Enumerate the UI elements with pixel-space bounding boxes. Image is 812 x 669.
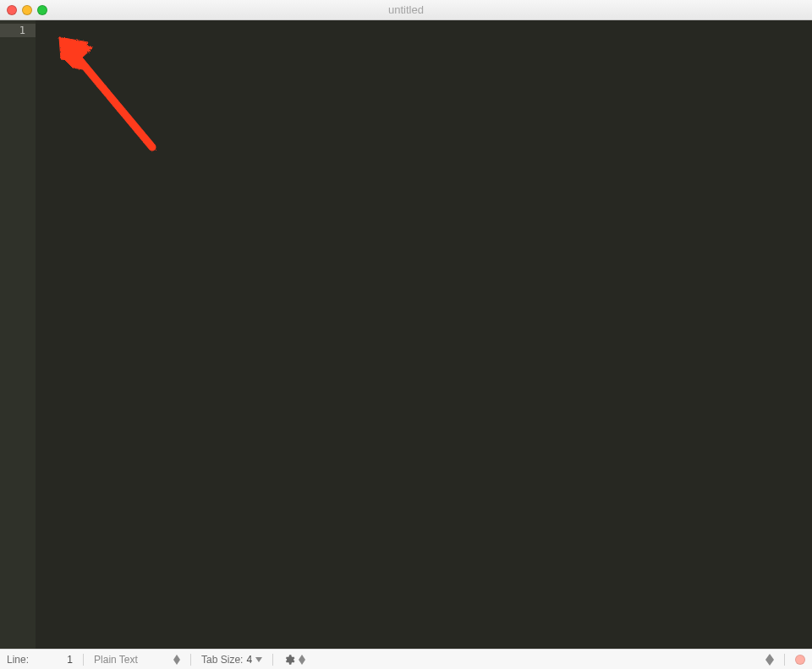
record-macro-button[interactable]: [795, 655, 805, 665]
statusbar-divider: [784, 654, 785, 666]
line-number: 1: [0, 24, 36, 37]
line-indicator[interactable]: Line: 1: [7, 650, 73, 669]
svg-marker-9: [765, 660, 774, 666]
window-title: untitled: [0, 3, 812, 16]
statusbar-divider: [83, 654, 84, 666]
line-value: 1: [32, 654, 73, 666]
language-label: Plain Text: [94, 654, 170, 666]
gear-icon: [283, 654, 295, 666]
tab-size-label: Tab Size:: [201, 654, 243, 666]
svg-marker-4: [173, 660, 180, 665]
zoom-window-button[interactable]: [37, 5, 47, 15]
minimize-window-button[interactable]: [22, 5, 32, 15]
stepper-icon: [299, 655, 305, 665]
svg-marker-7: [299, 660, 305, 665]
statusbar-divider: [272, 654, 273, 666]
language-selector[interactable]: Plain Text: [94, 650, 180, 669]
app-window: untitled 1 Line:: [0, 0, 812, 669]
line-number-gutter[interactable]: 1: [0, 20, 36, 649]
titlebar: untitled: [0, 0, 812, 20]
line-label: Line:: [7, 654, 29, 666]
statusbar: Line: 1 Plain Text Tab Size: 4: [0, 649, 812, 669]
svg-marker-5: [255, 657, 262, 662]
stepper-icon: [173, 655, 180, 665]
chevron-down-icon: [255, 657, 262, 662]
tab-size-value: 4: [246, 654, 252, 666]
statusbar-divider: [190, 654, 191, 666]
svg-marker-8: [765, 654, 774, 660]
editor-area: 1: [0, 20, 812, 649]
tab-size-selector[interactable]: Tab Size: 4: [201, 650, 262, 669]
code-editor[interactable]: [36, 20, 812, 649]
settings-button[interactable]: [283, 650, 305, 669]
traffic-lights: [7, 5, 47, 15]
close-window-button[interactable]: [7, 5, 17, 15]
font-size-stepper[interactable]: [765, 654, 774, 666]
